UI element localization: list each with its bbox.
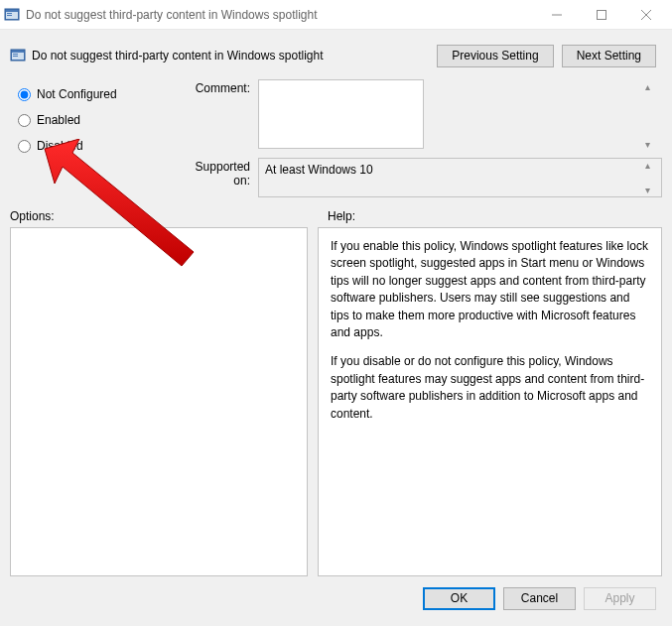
policy-icon xyxy=(4,7,20,23)
window-controls xyxy=(534,1,668,29)
comment-textarea[interactable] xyxy=(258,79,424,149)
state-radio-group: Not Configured Enabled Disabled xyxy=(10,79,177,203)
panes: If you enable this policy, Windows spotl… xyxy=(10,227,662,576)
help-paragraph: If you disable or do not configure this … xyxy=(331,353,649,423)
scroll-arrows-icon: ▴▾ xyxy=(645,160,660,195)
radio-enabled-label: Enabled xyxy=(37,113,80,127)
footer: OK Cancel Apply xyxy=(10,576,662,620)
fields-column: Comment: ▴▾ Supported on: At least Windo… xyxy=(177,79,662,203)
radio-disabled-label: Disabled xyxy=(37,139,83,153)
apply-button[interactable]: Apply xyxy=(584,587,656,610)
ok-button[interactable]: OK xyxy=(423,587,495,610)
radio-disabled-input[interactable] xyxy=(18,140,31,153)
mid-labels: Options: Help: xyxy=(10,209,662,223)
radio-enabled[interactable]: Enabled xyxy=(10,107,177,133)
supported-on-value: At least Windows 10 xyxy=(258,158,662,197)
scroll-arrows-icon: ▴▾ xyxy=(645,81,660,150)
next-setting-button[interactable]: Next Setting xyxy=(562,45,656,67)
radio-disabled[interactable]: Disabled xyxy=(10,133,177,159)
window-titlebar: Do not suggest third-party content in Wi… xyxy=(0,0,672,30)
client-area: Do not suggest third-party content in Wi… xyxy=(0,30,672,626)
policy-title: Do not suggest third-party content in Wi… xyxy=(32,49,437,63)
cancel-button[interactable]: Cancel xyxy=(503,587,576,610)
header-row: Do not suggest third-party content in Wi… xyxy=(10,36,662,75)
svg-rect-5 xyxy=(597,10,605,19)
comment-label: Comment: xyxy=(177,79,258,152)
svg-rect-2 xyxy=(7,13,12,14)
minimize-button[interactable] xyxy=(534,1,579,29)
radio-enabled-input[interactable] xyxy=(18,114,31,127)
svg-rect-10 xyxy=(13,54,18,55)
radio-not-configured-input[interactable] xyxy=(18,88,31,101)
config-row: Not Configured Enabled Disabled Comment:… xyxy=(10,79,662,203)
help-pane: If you enable this policy, Windows spotl… xyxy=(318,227,662,576)
help-label: Help: xyxy=(328,209,355,223)
svg-rect-11 xyxy=(13,56,18,57)
options-label: Options: xyxy=(10,209,328,223)
policy-icon xyxy=(10,48,26,63)
radio-not-configured[interactable]: Not Configured xyxy=(10,81,177,107)
window-title: Do not suggest third-party content in Wi… xyxy=(26,8,534,22)
help-paragraph: If you enable this policy, Windows spotl… xyxy=(331,238,649,341)
close-button[interactable] xyxy=(623,1,668,29)
supported-on-text: At least Windows 10 xyxy=(265,163,373,177)
radio-not-configured-label: Not Configured xyxy=(37,87,117,101)
supported-on-label: Supported on: xyxy=(177,158,258,197)
previous-setting-button[interactable]: Previous Setting xyxy=(437,45,553,67)
svg-rect-3 xyxy=(7,15,12,16)
options-pane xyxy=(10,227,308,576)
maximize-button[interactable] xyxy=(579,1,623,29)
